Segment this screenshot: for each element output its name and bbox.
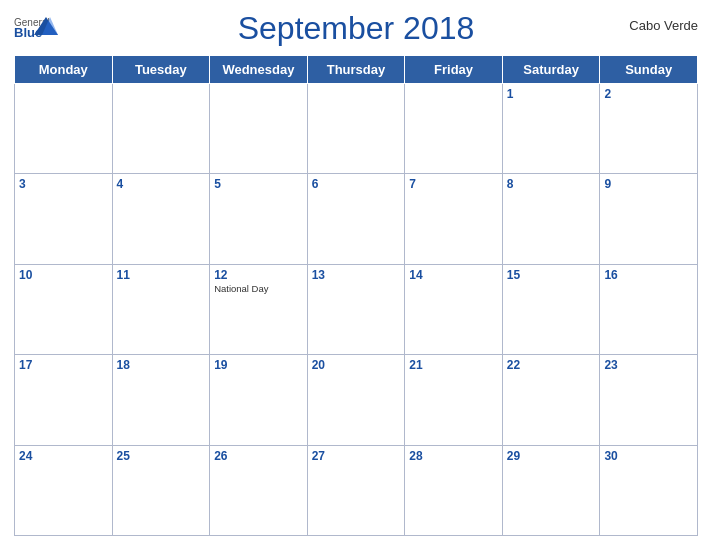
calendar-cell: 10 — [15, 264, 113, 354]
calendar-title: September 2018 — [238, 10, 475, 47]
calendar-cell: 8 — [502, 174, 600, 264]
calendar-cell: 27 — [307, 445, 405, 535]
day-number: 4 — [117, 177, 206, 191]
calendar-cell: 1 — [502, 84, 600, 174]
calendar-cell: 13 — [307, 264, 405, 354]
calendar-cell — [405, 84, 503, 174]
calendar-week-row: 3456789 — [15, 174, 698, 264]
calendar-cell — [210, 84, 308, 174]
calendar-cell: 3 — [15, 174, 113, 264]
calendar-cell: 29 — [502, 445, 600, 535]
calendar-cell: 24 — [15, 445, 113, 535]
day-number: 24 — [19, 449, 108, 463]
calendar-cell: 22 — [502, 355, 600, 445]
calendar-cell: 20 — [307, 355, 405, 445]
calendar-cell: 7 — [405, 174, 503, 264]
day-number: 15 — [507, 268, 596, 282]
day-number: 28 — [409, 449, 498, 463]
day-number: 17 — [19, 358, 108, 372]
day-number: 23 — [604, 358, 693, 372]
day-number: 21 — [409, 358, 498, 372]
calendar-week-row: 24252627282930 — [15, 445, 698, 535]
calendar-cell: 11 — [112, 264, 210, 354]
day-number: 11 — [117, 268, 206, 282]
day-number: 12 — [214, 268, 303, 282]
calendar-week-row: 101112National Day13141516 — [15, 264, 698, 354]
header-wednesday: Wednesday — [210, 56, 308, 84]
calendar-cell: 17 — [15, 355, 113, 445]
day-number: 22 — [507, 358, 596, 372]
calendar-cell: 26 — [210, 445, 308, 535]
calendar-cell: 12National Day — [210, 264, 308, 354]
day-number: 8 — [507, 177, 596, 191]
day-number: 18 — [117, 358, 206, 372]
calendar-cell — [112, 84, 210, 174]
calendar-cell: 25 — [112, 445, 210, 535]
header-thursday: Thursday — [307, 56, 405, 84]
header-sunday: Sunday — [600, 56, 698, 84]
day-number: 5 — [214, 177, 303, 191]
day-number: 30 — [604, 449, 693, 463]
header-monday: Monday — [15, 56, 113, 84]
day-number: 20 — [312, 358, 401, 372]
header-saturday: Saturday — [502, 56, 600, 84]
day-number: 25 — [117, 449, 206, 463]
calendar-cell — [307, 84, 405, 174]
day-number: 29 — [507, 449, 596, 463]
day-number: 14 — [409, 268, 498, 282]
country-label: Cabo Verde — [629, 18, 698, 33]
day-number: 6 — [312, 177, 401, 191]
day-number: 2 — [604, 87, 693, 101]
day-number: 16 — [604, 268, 693, 282]
calendar-cell: 28 — [405, 445, 503, 535]
calendar-cell: 16 — [600, 264, 698, 354]
day-number: 13 — [312, 268, 401, 282]
calendar-cell: 18 — [112, 355, 210, 445]
calendar-cell: 30 — [600, 445, 698, 535]
day-number: 7 — [409, 177, 498, 191]
day-number: 26 — [214, 449, 303, 463]
calendar-header: General Blue September 2018 Cabo Verde — [14, 10, 698, 47]
calendar-cell: 2 — [600, 84, 698, 174]
event-text: National Day — [214, 283, 303, 294]
day-number: 9 — [604, 177, 693, 191]
day-number: 3 — [19, 177, 108, 191]
header-friday: Friday — [405, 56, 503, 84]
calendar-table: Monday Tuesday Wednesday Thursday Friday… — [14, 55, 698, 536]
calendar-cell: 14 — [405, 264, 503, 354]
calendar-cell: 15 — [502, 264, 600, 354]
header-tuesday: Tuesday — [112, 56, 210, 84]
calendar-cell: 9 — [600, 174, 698, 264]
calendar-week-row: 12 — [15, 84, 698, 174]
calendar-cell: 19 — [210, 355, 308, 445]
calendar-week-row: 17181920212223 — [15, 355, 698, 445]
calendar-container: General Blue September 2018 Cabo Verde M… — [0, 0, 712, 550]
calendar-cell: 4 — [112, 174, 210, 264]
weekday-header-row: Monday Tuesday Wednesday Thursday Friday… — [15, 56, 698, 84]
calendar-cell: 21 — [405, 355, 503, 445]
calendar-cell — [15, 84, 113, 174]
logo: General Blue — [14, 13, 58, 45]
calendar-cell: 6 — [307, 174, 405, 264]
day-number: 10 — [19, 268, 108, 282]
calendar-cell: 5 — [210, 174, 308, 264]
day-number: 1 — [507, 87, 596, 101]
day-number: 19 — [214, 358, 303, 372]
calendar-cell: 23 — [600, 355, 698, 445]
day-number: 27 — [312, 449, 401, 463]
